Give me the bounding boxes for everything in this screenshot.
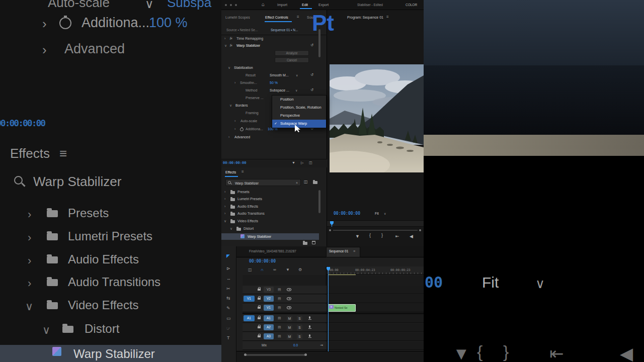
- lock-icon[interactable]: [258, 326, 261, 328]
- chevron-right-icon[interactable]: ›: [234, 119, 235, 123]
- chevron-right-icon[interactable]: ›: [224, 197, 225, 201]
- eye-icon[interactable]: [287, 288, 291, 291]
- track-badge-v1[interactable]: V1: [264, 305, 274, 311]
- step-back-button[interactable]: ◀: [410, 234, 413, 239]
- panel-menu-icon[interactable]: ≡: [353, 249, 355, 253]
- window-control-dot[interactable]: [235, 4, 237, 6]
- search-value[interactable]: Warp Stabilizer: [235, 182, 259, 185]
- type-tool[interactable]: T: [227, 336, 230, 340]
- trash-icon[interactable]: [312, 241, 315, 244]
- new-folder-icon[interactable]: [303, 242, 307, 245]
- lock-icon[interactable]: [258, 307, 261, 309]
- track-badge-a3[interactable]: A3: [264, 333, 274, 339]
- zoom-level-dropdown[interactable]: Fit: [375, 212, 379, 215]
- reset-icon[interactable]: ↺: [310, 43, 313, 47]
- chevron-down-icon[interactable]: ∨: [224, 219, 226, 223]
- sync-lock-icon[interactable]: ▤: [278, 306, 281, 309]
- sync-lock-icon[interactable]: ▤: [278, 316, 281, 320]
- track-badge-a2[interactable]: A2: [264, 324, 274, 330]
- lock-icon[interactable]: [258, 317, 261, 319]
- chevron-down-icon[interactable]: ∨: [228, 66, 230, 69]
- mute-button[interactable]: M: [287, 334, 292, 339]
- panel-menu-icon[interactable]: ≡: [386, 15, 389, 19]
- source-patch-v1[interactable]: V1: [244, 296, 255, 302]
- menu-item-position[interactable]: Position: [272, 96, 326, 104]
- eye-icon[interactable]: [287, 297, 291, 300]
- chevron-down-icon[interactable]: ∨: [224, 44, 227, 47]
- track-badge-v2[interactable]: V2: [264, 296, 274, 302]
- section-stabilization[interactable]: Stabilization: [234, 66, 253, 69]
- panel-menu-icon[interactable]: ≡: [297, 15, 299, 19]
- track-lane-a3[interactable]: [326, 332, 424, 341]
- export-frame-icon[interactable]: ◫: [309, 161, 312, 164]
- chevron-down-icon[interactable]: ∨: [229, 104, 232, 107]
- source-patch-a1[interactable]: A1: [244, 315, 255, 321]
- filter-funnel-icon[interactable]: ▼: [292, 161, 295, 164]
- voiceover-mic-icon[interactable]: [309, 334, 310, 337]
- nest-toggle-icon[interactable]: ◫: [248, 268, 252, 272]
- track-select-tool[interactable]: ⊳: [226, 266, 230, 271]
- search-input[interactable]: Warp Stabilizer ×: [225, 179, 301, 186]
- add-marker-icon[interactable]: ▼: [286, 268, 290, 272]
- program-timecode[interactable]: 00:00:00:00: [334, 212, 360, 216]
- timeline-timecode[interactable]: 00:00:00:00: [249, 259, 276, 263]
- sync-lock-icon[interactable]: ▤: [278, 334, 281, 338]
- stopwatch-icon[interactable]: [240, 128, 244, 131]
- smoothness-value[interactable]: 50 %: [270, 81, 278, 84]
- menu-export[interactable]: Export: [318, 3, 329, 7]
- track-lane-a2[interactable]: [326, 323, 424, 332]
- timeline-playhead-line[interactable]: [328, 267, 329, 351]
- lock-icon[interactable]: [258, 298, 261, 300]
- clip-tab-sequence[interactable]: Sequence 01 • N...: [271, 29, 298, 32]
- reset-icon[interactable]: ↺: [310, 73, 313, 77]
- scrollbar-handle[interactable]: [329, 229, 331, 231]
- chevron-right-icon[interactable]: ›: [234, 81, 235, 84]
- timeline-settings-icon[interactable]: ⚙: [298, 268, 302, 272]
- track-badge-v3[interactable]: V3: [264, 287, 274, 293]
- chevron-right-icon[interactable]: ›: [234, 127, 235, 131]
- play-edit-icon[interactable]: ▷: [301, 161, 303, 164]
- scrollbar-handle[interactable]: [304, 353, 307, 356]
- new-bin-icon[interactable]: [313, 181, 317, 184]
- track-badge-a1[interactable]: A1: [264, 315, 274, 321]
- track-lane-v2[interactable]: [326, 295, 424, 303]
- go-to-in-button[interactable]: ⇤: [395, 234, 399, 239]
- mark-out-button[interactable]: }: [381, 233, 383, 238]
- sync-lock-icon[interactable]: ▤: [278, 297, 281, 300]
- chevron-down-icon[interactable]: ∨: [295, 89, 297, 92]
- tab-effect-controls[interactable]: Effect Controls: [265, 16, 288, 19]
- mute-button[interactable]: M: [287, 325, 292, 330]
- workspace-label[interactable]: COLOR: [406, 4, 417, 7]
- chevron-right-icon[interactable]: ›: [224, 37, 225, 40]
- effect-warp-stabilizer[interactable]: Warp Stabilizer: [236, 44, 260, 47]
- snap-toggle-icon[interactable]: ∩: [261, 268, 264, 272]
- add-marker-button[interactable]: ▼: [355, 234, 360, 239]
- track-lane-a1[interactable]: [326, 314, 424, 323]
- razor-tool[interactable]: ✂: [226, 287, 230, 291]
- selection-tool[interactable]: ◤: [226, 254, 230, 258]
- new-preset-bin-icon[interactable]: ◫: [304, 180, 308, 184]
- effect-time-remapping[interactable]: Time Remapping: [236, 37, 263, 40]
- voiceover-mic-icon[interactable]: [309, 325, 310, 328]
- chevron-right-icon[interactable]: ›: [228, 135, 229, 139]
- tab-effects[interactable]: Effects: [225, 170, 236, 174]
- clip-nested-sequence[interactable]: fx Nested Se: [328, 304, 356, 312]
- section-advanced[interactable]: Advanced: [234, 135, 250, 139]
- program-scrollbar[interactable]: [333, 230, 418, 231]
- timeline-h-scrollbar[interactable]: [246, 354, 306, 356]
- lock-icon[interactable]: [258, 335, 261, 337]
- mute-button[interactable]: M: [287, 316, 292, 321]
- menu-edit[interactable]: Edit: [302, 3, 308, 7]
- reset-icon[interactable]: ↺: [310, 88, 313, 92]
- chevron-down-icon[interactable]: ∨: [384, 212, 386, 215]
- effect-controls-timecode[interactable]: 00:00:00:00: [223, 161, 246, 165]
- clip-tab-source[interactable]: Source • Nested Se...: [226, 29, 258, 32]
- tab-finalvideo[interactable]: FinalVideo_1643487881.216287: [249, 250, 296, 253]
- tab-program[interactable]: Program: Sequence 01: [347, 16, 383, 19]
- tab-lumetri-scopes[interactable]: Lumetri Scopes: [225, 16, 250, 19]
- section-borders[interactable]: Borders: [235, 104, 248, 107]
- voiceover-mic-icon[interactable]: [309, 316, 310, 319]
- sync-lock-icon[interactable]: ▤: [278, 288, 281, 291]
- chevron-down-icon[interactable]: ∨: [296, 74, 298, 77]
- eye-icon[interactable]: [287, 306, 291, 309]
